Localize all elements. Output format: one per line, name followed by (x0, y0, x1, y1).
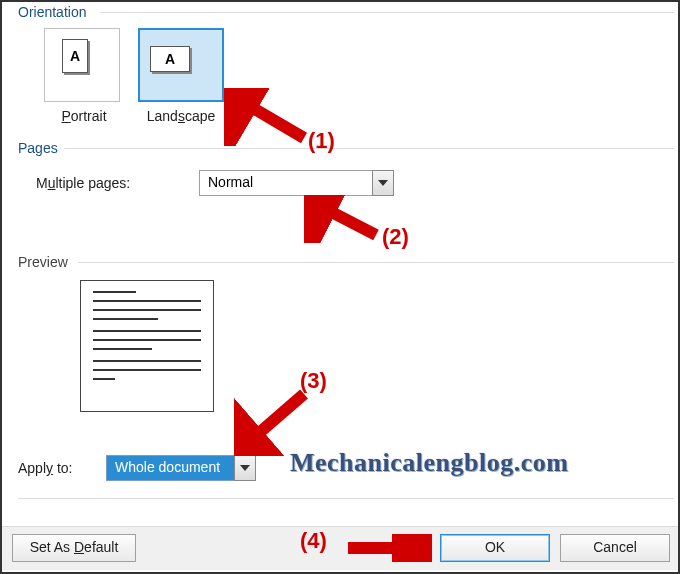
landscape-page-icon: A (140, 38, 200, 80)
svg-marker-0 (378, 180, 388, 186)
portrait-page-icon: A (45, 35, 105, 77)
apply-to-select[interactable]: Whole document (106, 455, 256, 481)
apply-to-value: Whole document (106, 455, 234, 481)
multiple-pages-value: Normal (199, 170, 372, 196)
apply-to-label: Apply to: (18, 460, 73, 476)
orientation-landscape-button[interactable]: A (138, 28, 224, 102)
multiple-pages-select[interactable]: Normal (199, 170, 394, 196)
preview-thumbnail (80, 280, 214, 412)
divider (64, 148, 674, 149)
chevron-down-icon (372, 170, 394, 196)
divider (78, 262, 674, 263)
divider (18, 498, 674, 499)
set-as-default-button[interactable]: Set As Default (12, 534, 136, 562)
ok-button[interactable]: OK (440, 534, 550, 562)
divider (100, 12, 674, 13)
orientation-portrait-label: Portrait (54, 108, 114, 124)
orientation-landscape-label: Landscape (138, 108, 224, 124)
orientation-group-label: Orientation (18, 4, 86, 20)
cancel-button[interactable]: Cancel (560, 534, 670, 562)
page-setup-dialog: Orientation A Portrait A Landscape Pages… (4, 0, 674, 520)
preview-group-label: Preview (18, 254, 68, 270)
pages-group-label: Pages (18, 140, 58, 156)
chevron-down-icon (234, 455, 256, 481)
multiple-pages-label: Multiple pages: (36, 175, 130, 191)
orientation-portrait-button[interactable]: A (44, 28, 120, 102)
svg-marker-1 (240, 465, 250, 471)
